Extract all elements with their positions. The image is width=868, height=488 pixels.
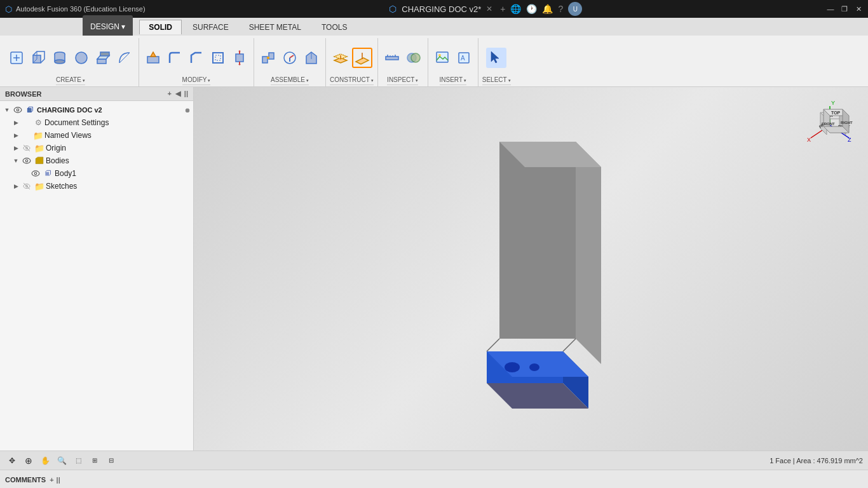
chamfer-button[interactable] <box>186 48 207 68</box>
browser-header: BROWSER + ◀ || <box>0 87 193 101</box>
tree-sketches-eye-icon[interactable] <box>22 181 32 191</box>
tree-item-body1[interactable]: ▶ Body1 <box>0 167 193 180</box>
tree-item-named-views[interactable]: ▶ 📁 Named Views <box>0 129 193 142</box>
viewcube[interactable]: Y X Z TOP FRONT RIGHT <box>804 100 855 151</box>
browser-collapse-icon[interactable]: ◀ <box>175 90 180 98</box>
inspect-group-label[interactable]: INSPECT ▾ <box>387 76 418 85</box>
construct-group-label[interactable]: CONSTRUCT ▾ <box>330 76 374 85</box>
ribbon-group-insert: A INSERT ▾ <box>428 38 478 86</box>
assemble-group-label[interactable]: ASSEMBLE ▾ <box>271 76 309 85</box>
tree-root-item[interactable]: ▼ CHARGING DOC v2 ⏺ <box>0 104 193 116</box>
svg-text:FRONT: FRONT <box>822 122 835 126</box>
ribbon: CREATE ▾ <box>0 36 868 86</box>
create-label: CREATE <box>56 76 81 83</box>
extrude-button[interactable] <box>93 48 113 68</box>
tab-solid[interactable]: SOLID <box>139 20 182 34</box>
minimize-button[interactable]: — <box>826 4 835 13</box>
nav-zoomin-icon[interactable]: 🔍 <box>55 454 69 468</box>
history-icon[interactable]: 🕐 <box>526 4 537 14</box>
svg-point-57 <box>25 159 28 162</box>
tree-root-record-icon[interactable]: ⏺ <box>184 107 191 114</box>
tree-root-eye-icon[interactable] <box>13 105 23 115</box>
app-title: Autodesk Fusion 360 (Education License) <box>16 5 146 13</box>
design-mode-button[interactable]: DESIGN ▾ <box>83 15 133 38</box>
modify-caret-icon: ▾ <box>208 78 210 83</box>
nav-orbit2-icon[interactable]: ⊕ <box>22 454 36 468</box>
offset-plane-button[interactable] <box>330 48 351 68</box>
restore-button[interactable]: ❐ <box>840 4 849 13</box>
svg-point-59 <box>34 172 37 175</box>
new-component-button[interactable] <box>6 48 27 68</box>
interference-button[interactable] <box>403 48 424 68</box>
sphere-button[interactable] <box>71 48 92 68</box>
nav-pan-icon[interactable]: ✋ <box>38 454 52 468</box>
svg-marker-48 <box>491 51 499 63</box>
user-avatar[interactable]: U <box>568 2 582 16</box>
tree-sketches-expand-icon[interactable]: ▶ <box>11 182 20 191</box>
insert-group-label[interactable]: INSERT ▾ <box>440 76 467 85</box>
joint-button[interactable] <box>258 48 278 68</box>
comments-split-icon[interactable]: || <box>57 476 60 484</box>
tree-doc-settings-expand-icon[interactable]: ▶ <box>11 118 20 127</box>
tab-tools[interactable]: TOOLS <box>312 20 356 34</box>
model-area[interactable] <box>194 87 868 451</box>
nav-zoomwindow-icon[interactable]: ⬚ <box>71 454 85 468</box>
tree-named-views-expand-icon[interactable]: ▶ <box>11 131 20 140</box>
tab-surface[interactable]: SURFACE <box>183 20 238 34</box>
select-button[interactable] <box>486 48 506 68</box>
comments-add-icon[interactable]: + <box>50 476 53 484</box>
construct-icons <box>330 39 372 76</box>
tree-doc-settings-label: Document Settings <box>44 118 191 127</box>
tree-body1-eye-icon[interactable] <box>31 168 41 179</box>
close-button[interactable]: ✕ <box>854 4 863 13</box>
move-button[interactable] <box>229 48 250 68</box>
svg-text:RIGHT: RIGHT <box>841 121 853 125</box>
decal-button[interactable]: A <box>454 48 474 68</box>
nav-grid-icon[interactable]: ⊟ <box>104 454 118 468</box>
shell-button[interactable] <box>208 48 228 68</box>
svg-point-11 <box>76 52 87 64</box>
angle-plane-button[interactable] <box>352 48 372 68</box>
modify-group-label[interactable]: MODIFY ▾ <box>182 76 211 85</box>
insert-icons: A <box>432 39 474 76</box>
tree-doc-settings-icon: ⚙ <box>33 118 43 128</box>
tree-item-sketches[interactable]: ▶ 📁 Sketches <box>0 180 193 193</box>
press-pull-button[interactable] <box>143 48 163 68</box>
insert-label: INSERT <box>440 76 463 83</box>
tree-root-box-icon <box>25 105 36 115</box>
tree-root-expand-icon[interactable]: ▼ <box>3 105 11 114</box>
tree-item-document-settings[interactable]: ▶ ⚙ Document Settings <box>0 116 193 129</box>
cylinder-button[interactable] <box>50 48 70 68</box>
notifications-icon[interactable]: 🔔 <box>542 4 553 14</box>
measure-button[interactable] <box>382 48 402 68</box>
tree-origin-eye-icon[interactable] <box>22 143 32 153</box>
tab-icon: ⬡ <box>389 4 397 14</box>
viewport[interactable]: Y X Z TOP FRONT RIGHT <box>194 87 868 451</box>
construct-label: CONSTRUCT <box>330 76 370 83</box>
tree-item-origin[interactable]: ▶ 📁 Origin <box>0 142 193 154</box>
browser-split-icon[interactable]: || <box>184 90 188 98</box>
nav-display-icon[interactable]: ⊞ <box>88 454 102 468</box>
insert-image-button[interactable] <box>432 48 452 68</box>
box-create-button[interactable] <box>28 48 48 68</box>
assemble-move-button[interactable] <box>301 48 322 68</box>
tab-sheet-metal[interactable]: SHEET METAL <box>240 20 311 34</box>
tree-item-bodies[interactable]: ▼ Bodies <box>0 154 193 167</box>
tree-bodies-eye-icon[interactable] <box>22 156 32 166</box>
tree-bodies-expand-icon[interactable]: ▼ <box>11 156 20 165</box>
add-doc-icon[interactable]: + <box>500 4 505 14</box>
motion-study-button[interactable] <box>280 48 300 68</box>
info-icon[interactable]: 🌐 <box>510 4 521 14</box>
create-group-label[interactable]: CREATE ▾ <box>56 76 85 85</box>
svg-text:Z: Z <box>848 137 851 143</box>
browser-add-icon[interactable]: + <box>167 90 171 98</box>
tree-origin-expand-icon[interactable]: ▶ <box>11 144 20 152</box>
fillet-button[interactable] <box>165 48 185 68</box>
fusion-logo-icon: ⬡ <box>5 4 12 14</box>
close-doc-icon[interactable]: ✕ <box>486 4 492 13</box>
nav-move-icon[interactable]: ✥ <box>5 454 19 468</box>
select-group-label[interactable]: SELECT ▾ <box>482 76 511 85</box>
help-icon[interactable]: ? <box>558 4 563 14</box>
tree-bodies-label: Bodies <box>46 156 191 165</box>
revolve-button[interactable] <box>114 48 135 68</box>
